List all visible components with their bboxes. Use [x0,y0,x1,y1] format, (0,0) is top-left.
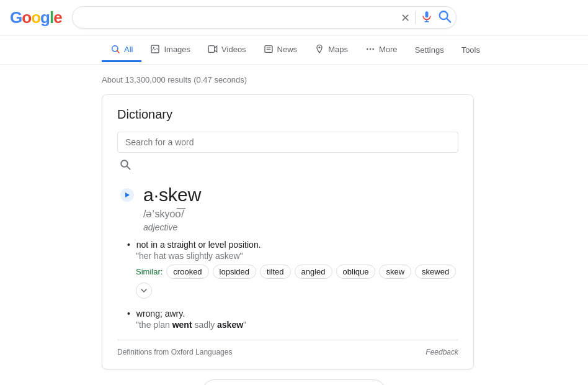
audio-icon [120,188,135,202]
similar-word-skew[interactable]: skew [379,265,411,279]
news-icon [264,44,274,54]
logo-letter-o1: o [22,8,31,27]
svg-point-8 [153,47,154,48]
word-display: a·skew [143,184,201,206]
similar-word-lopsided[interactable]: lopsided [213,265,256,279]
tab-maps-label: Maps [328,45,348,54]
clear-icon[interactable]: ✕ [401,11,410,24]
google-logo[interactable]: Google [10,8,62,27]
tab-images-label: Images [164,45,190,54]
logo-letter-o2: o [31,8,40,27]
images-icon [150,44,160,54]
svg-line-18 [127,166,130,170]
svg-rect-0 [425,11,428,17]
svg-point-15 [370,48,372,50]
definition-item-2: wrong; awry. "the plan went sadly askew" [127,309,458,330]
svg-line-4 [447,19,450,22]
dictionary-search-wrap [117,132,458,174]
videos-icon [208,44,218,54]
dictionary-search-input[interactable] [117,132,458,153]
search-icon-group: ✕ [401,10,452,25]
word-header: a·skew [117,184,458,206]
dictionary-card: Dictionary a·skew /əˈskyoo͞/ adjective [102,94,474,369]
definition-item-1: not in a straight or level position. "he… [127,240,458,299]
similar-word-tilted[interactable]: tilted [260,265,290,279]
part-of-speech: adjective [143,222,458,232]
translations-button[interactable]: ⌄ Translations and more definitions [202,379,385,385]
translations-wrap: ⌄ Translations and more definitions [102,379,486,385]
definitions-list: not in a straight or level position. "he… [127,240,458,330]
svg-line-6 [117,51,119,53]
feedback-link[interactable]: Feedback [425,348,458,356]
logo-letter-g: G [10,8,22,27]
nav-tools-group: Settings Tools [409,42,486,58]
dictionary-title: Dictionary [117,107,458,122]
more-icon [365,44,375,54]
all-icon [110,44,120,54]
dictionary-search-button[interactable] [117,156,133,174]
svg-point-13 [319,47,321,48]
similar-word-crooked[interactable]: crooked [166,265,208,279]
search-bar-container: askew ✕ [72,6,457,29]
pronunciation: /əˈskyoo͞/ [143,208,458,220]
maps-icon [314,44,324,54]
tools-button[interactable]: Tools [455,42,486,58]
similar-words-row: Similar: crooked lopsided tilted angled … [136,265,458,299]
tab-videos-label: Videos [221,45,246,54]
search-input[interactable]: askew [72,6,457,29]
attribution-text: Definitions from Oxford Languages [117,348,232,356]
tab-videos[interactable]: Videos [199,38,255,62]
nav-tabs: All Images Videos News Maps [0,35,588,65]
chevron-down-icon [140,287,148,294]
divider [415,11,416,24]
tab-news-label: News [277,45,298,54]
header: Google askew ✕ [0,0,588,35]
tab-all[interactable]: All [102,38,141,62]
attribution-row: Definitions from Oxford Languages Feedba… [117,340,458,356]
tab-more-label: More [379,45,398,54]
logo-letter-g2: g [40,8,50,27]
svg-rect-10 [265,46,272,53]
similar-label: Similar: [136,267,163,276]
similar-word-skewed[interactable]: skewed [415,265,456,279]
similar-word-angled[interactable]: angled [295,265,332,279]
expand-similar-button[interactable] [136,283,152,299]
tab-more[interactable]: More [357,38,406,62]
definition-example-2: "the plan went sadly askew" [136,320,458,330]
search-submit-button[interactable] [438,10,452,25]
results-count: About 13,300,000 results (0.47 seconds) [102,75,486,84]
svg-point-14 [367,48,368,50]
logo-letter-e: e [53,8,61,27]
tab-images[interactable]: Images [141,38,199,62]
definition-text-1: not in a straight or level position. [136,240,261,250]
tab-maps[interactable]: Maps [306,38,357,62]
tab-news[interactable]: News [255,38,306,62]
results-area: About 13,300,000 results (0.47 seconds) … [0,65,588,385]
settings-button[interactable]: Settings [409,42,450,58]
definition-example-1: "her hat was slightly askew" [136,251,458,261]
similar-word-oblique[interactable]: oblique [336,265,376,279]
svg-point-16 [372,48,374,50]
definition-text-2: wrong; awry. [136,309,185,319]
audio-button[interactable] [117,185,137,205]
svg-rect-9 [208,46,214,53]
tab-all-label: All [124,45,133,54]
mic-icon[interactable] [421,11,433,25]
dict-search-icon [120,159,131,170]
